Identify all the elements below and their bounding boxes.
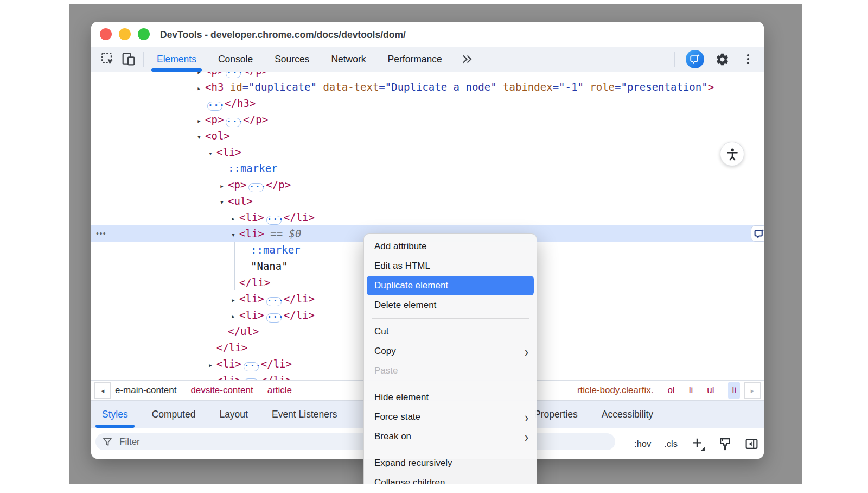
breadcrumb-item-ol[interactable]: ol [667, 385, 674, 396]
menu-item-break-on[interactable]: Break on› [367, 427, 534, 446]
dom-tree-row[interactable]: ▾<ul> [91, 193, 764, 209]
dom-tree-row[interactable]: ···</h3> [91, 95, 764, 111]
code-token-tag: <li> [239, 309, 264, 321]
class-button[interactable]: .cls [664, 439, 678, 449]
pseudo-state-button[interactable]: :hov [634, 439, 651, 449]
indent-guide [234, 274, 235, 290]
tab-elements[interactable]: Elements [157, 47, 196, 72]
menu-item-force-state[interactable]: Force state› [367, 407, 534, 427]
ai-assistant-icon[interactable] [686, 50, 704, 68]
code-token-tag: <ul> [228, 195, 253, 207]
menu-item-edit-as-html[interactable]: Edit as HTML [367, 256, 534, 276]
code-token-tag: > [708, 81, 714, 93]
tab-console[interactable]: Console [218, 47, 253, 72]
dom-tree-row[interactable]: ▸<p>···</p> [91, 72, 764, 79]
menu-item-copy[interactable]: Copy› [367, 342, 534, 361]
breadcrumb-item-li[interactable]: li [689, 385, 693, 396]
forward-arrow-icon[interactable]: ▸ [744, 382, 761, 399]
inline-expand-button[interactable]: ··· [226, 118, 241, 127]
breadcrumb-item-devsite-content[interactable]: devsite-content [190, 385, 253, 396]
inline-expand-button[interactable]: ··· [248, 183, 264, 192]
back-arrow-icon[interactable]: ◂ [94, 382, 111, 399]
element-badge-icon[interactable] [751, 225, 764, 242]
twisty-icon[interactable]: ▸ [231, 211, 239, 227]
dom-tree-row[interactable]: ▸<p>···</p> [91, 176, 764, 193]
indent-guide [234, 258, 235, 274]
sidebar-tab-properties[interactable]: Properties [534, 401, 578, 428]
twisty-icon[interactable]: ▸ [208, 357, 216, 374]
styles-filter[interactable] [95, 433, 615, 450]
code-token-tag: <ol> [205, 130, 230, 142]
zoom-window-button[interactable] [138, 28, 150, 40]
menu-item-delete-element[interactable]: Delete element [367, 295, 534, 315]
code-token-tag: <h3 [205, 81, 224, 93]
inline-expand-button[interactable]: ··· [266, 216, 282, 225]
device-toolbar-icon[interactable] [120, 51, 137, 67]
menu-item-expand-recursively[interactable]: Expand recursively [367, 453, 534, 473]
menu-item-paste[interactable]: Paste [367, 361, 534, 381]
menu-item-collapse-children[interactable]: Collapse children [367, 473, 534, 484]
dom-tree-row[interactable]: ▾<ol> [91, 128, 764, 144]
menu-item-add-attribute[interactable]: Add attribute [367, 237, 534, 256]
dom-tree-row[interactable]: ::marker [91, 160, 764, 176]
twisty-icon[interactable]: ▸ [231, 308, 239, 325]
breadcrumb-item-e-main-content[interactable]: e-main-content [115, 385, 176, 396]
sidebar-tab-computed[interactable]: Computed [152, 401, 196, 428]
twisty-icon[interactable]: ▸ [231, 292, 239, 308]
settings-gear-icon[interactable] [714, 51, 730, 67]
new-style-rule-icon[interactable] [691, 437, 705, 451]
breadcrumb-item-rticle-body-clearfix[interactable]: rticle-body.clearfix. [577, 385, 653, 396]
code-token-tag: </li> [284, 309, 315, 321]
minimize-window-button[interactable] [119, 28, 131, 40]
title-bar: DevTools - developer.chrome.com/docs/dev… [91, 22, 764, 47]
dom-tree-row[interactable]: ▸<h3 id="duplicate" data-text="Duplicate… [91, 79, 764, 95]
context-menu: Add attributeEdit as HTMLDuplicate eleme… [363, 233, 537, 484]
twisty-icon[interactable]: ▾ [208, 146, 216, 162]
twisty-icon[interactable]: ▸ [208, 374, 216, 380]
menu-item-cut[interactable]: Cut [367, 322, 534, 342]
twisty-icon[interactable]: ▸ [197, 80, 205, 97]
menu-item-label: Copy [374, 346, 396, 357]
dom-tree-row[interactable]: ▾<li> [91, 144, 764, 160]
dom-tree-row[interactable]: ▸<li>···</li> [91, 209, 764, 225]
code-token-tag: <li> [239, 227, 264, 239]
menu-item-duplicate-element[interactable]: Duplicate element [367, 276, 534, 295]
more-tabs-icon[interactable] [461, 53, 474, 66]
code-token-tag: <p> [228, 179, 246, 191]
code-token-attr: role [584, 81, 615, 93]
menu-item-hide-element[interactable]: Hide element [367, 388, 534, 407]
tab-sources[interactable]: Sources [275, 47, 309, 72]
sidebar-tab-event-listeners[interactable]: Event Listeners [272, 401, 337, 428]
twisty-icon[interactable]: ▾ [220, 194, 228, 211]
toggle-sidebar-icon[interactable] [745, 437, 758, 451]
menu-item-label: Force state [374, 412, 420, 422]
twisty-icon[interactable]: ▾ [197, 129, 205, 146]
close-window-button[interactable] [100, 28, 112, 40]
inline-expand-button[interactable]: ··· [266, 313, 282, 323]
code-token-val: ="-1" [553, 81, 584, 93]
code-token-attr: data-text [317, 81, 379, 93]
twisty-icon[interactable]: ▸ [197, 113, 205, 129]
sidebar-tab-accessibility[interactable]: Accessibility [602, 401, 653, 428]
row-overflow-dots[interactable]: ••• [96, 225, 106, 242]
inline-expand-button[interactable]: ··· [226, 72, 241, 78]
rendering-brush-icon[interactable] [718, 437, 732, 451]
kebab-menu-icon[interactable] [740, 51, 756, 67]
breadcrumb-item-ul[interactable]: ul [707, 385, 714, 396]
tab-performance[interactable]: Performance [388, 47, 442, 72]
breadcrumb-item-li[interactable]: li [728, 382, 740, 399]
inspect-icon[interactable] [100, 51, 116, 67]
accessibility-person-icon[interactable] [720, 142, 744, 166]
inline-expand-button[interactable]: ··· [266, 297, 282, 306]
breadcrumb-item-article[interactable]: article [267, 385, 292, 396]
code-token-tag: </li> [284, 211, 315, 223]
inline-expand-button[interactable]: ··· [244, 362, 259, 371]
dom-tree-row[interactable]: ▸<p>···</p> [91, 111, 764, 128]
code-token-attr: id [224, 81, 242, 93]
twisty-icon[interactable]: ▾ [231, 227, 239, 243]
inline-expand-button[interactable]: ··· [207, 102, 222, 111]
sidebar-tab-layout[interactable]: Layout [219, 401, 248, 428]
tab-network[interactable]: Network [331, 47, 366, 72]
sidebar-tab-styles[interactable]: Styles [102, 401, 128, 428]
twisty-icon[interactable]: ▸ [220, 178, 228, 194]
